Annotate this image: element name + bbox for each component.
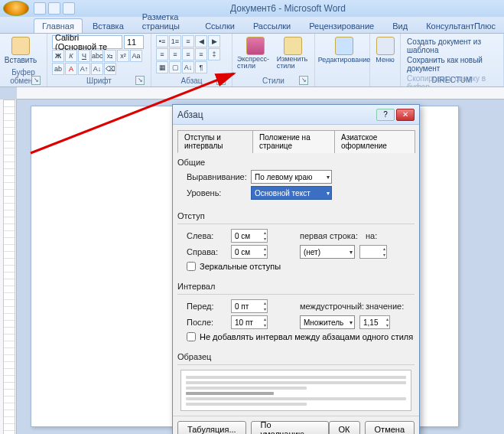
quick-styles-button[interactable]: Экспресс-стили xyxy=(237,35,275,70)
justify-button[interactable]: ≡ xyxy=(195,48,207,60)
horizontal-ruler[interactable] xyxy=(17,87,504,100)
subscript-button[interactable]: x₂ xyxy=(104,50,116,62)
paragraph-dialog: Абзац ? ✕ Отступы и интервалы Положение … xyxy=(172,104,420,434)
styles-launcher[interactable]: ↘ xyxy=(299,76,308,85)
mirror-indents-checkbox[interactable] xyxy=(187,262,196,271)
qat-redo-icon[interactable] xyxy=(63,2,75,15)
tab-review[interactable]: Рецензирование xyxy=(301,18,382,33)
first-line-label: первая строка: xyxy=(300,231,361,240)
vertical-ruler[interactable] xyxy=(0,100,17,434)
clipboard-launcher[interactable]: ↘ xyxy=(31,76,41,85)
tab-mailings[interactable]: Рассылки xyxy=(245,18,299,33)
multilevel-button[interactable]: ≡ xyxy=(182,35,194,47)
bullets-button[interactable]: •≡ xyxy=(156,35,168,47)
numbering-button[interactable]: 1≡ xyxy=(169,35,181,47)
decrease-indent-button[interactable]: ◀ xyxy=(195,35,207,47)
align-right-button[interactable]: ≡ xyxy=(182,48,194,60)
paste-label: Вставить xyxy=(5,56,37,64)
section-indent: Отступ xyxy=(177,211,415,220)
paragraph-launcher[interactable]: ↘ xyxy=(216,76,226,85)
clipboard-icon xyxy=(11,37,30,55)
preview-pane xyxy=(180,370,411,411)
tab-home[interactable]: Главная xyxy=(34,18,83,33)
line-spacing-select[interactable]: Множитель xyxy=(300,315,355,329)
group-paragraph-label: Абзац xyxy=(180,77,202,85)
bold-button[interactable]: Ж xyxy=(52,50,64,62)
underline-button[interactable]: Ч xyxy=(78,50,90,62)
indent-left-spinner[interactable]: 0 см xyxy=(231,229,268,243)
dialog-title: Абзац xyxy=(177,109,376,120)
sort-button[interactable]: A↓ xyxy=(182,61,194,73)
outline-level-select[interactable]: Основной текст xyxy=(251,186,332,200)
menu-button[interactable]: Меню xyxy=(375,35,395,64)
show-marks-button[interactable]: ¶ xyxy=(195,61,207,73)
section-preview: Образец xyxy=(177,352,415,361)
tab-consultant[interactable]: КонсультантПлюс xyxy=(418,18,504,33)
change-case-button[interactable]: Aa xyxy=(130,50,142,62)
directum-save-new[interactable]: Сохранить как новый документ xyxy=(407,55,497,73)
title-bar: Документ6 - Microsoft Word xyxy=(0,0,504,17)
grow-font-button[interactable]: A↑ xyxy=(78,63,90,75)
shrink-font-button[interactable]: A↓ xyxy=(91,63,103,75)
editing-button[interactable]: Редактирование xyxy=(320,35,369,64)
quick-access-toolbar xyxy=(34,2,75,15)
borders-button[interactable]: ▢ xyxy=(169,61,181,73)
space-before-label: Перед: xyxy=(187,302,226,311)
space-after-spinner[interactable]: 10 пт xyxy=(231,315,268,329)
level-label: Уровень: xyxy=(187,188,246,197)
font-launcher[interactable]: ↘ xyxy=(135,76,145,85)
dlg-tab-asian[interactable]: Азиатское оформление xyxy=(334,130,415,153)
align-left-button[interactable]: ≡ xyxy=(156,48,168,60)
indent-left-label: Слева: xyxy=(187,231,226,240)
font-color-button[interactable]: A xyxy=(65,63,77,75)
tab-layout[interactable]: Разметка страницы xyxy=(134,9,195,33)
italic-button[interactable]: К xyxy=(65,50,77,62)
tabs-button[interactable]: Табуляция... xyxy=(177,421,246,434)
indent-right-label: Справа: xyxy=(187,247,226,256)
font-size-combo[interactable]: 11 xyxy=(124,35,144,49)
change-styles-button[interactable]: Изменить стили xyxy=(277,35,310,70)
indent-by-spinner[interactable] xyxy=(359,245,387,259)
no-space-same-style-checkbox[interactable] xyxy=(187,332,196,341)
indent-right-spinner[interactable]: 0 см xyxy=(231,245,268,259)
ok-button[interactable]: ОК xyxy=(329,421,360,434)
shading-button[interactable]: ▦ xyxy=(156,61,168,73)
ribbon-tabs: Главная Вставка Разметка страницы Ссылки… xyxy=(0,17,504,34)
alignment-select[interactable]: По левому краю xyxy=(251,170,332,184)
strike-button[interactable]: abc xyxy=(91,50,103,62)
first-line-select[interactable]: (нет) xyxy=(300,245,355,259)
dialog-help-button[interactable]: ? xyxy=(376,109,395,121)
indent-by-label: на: xyxy=(366,231,382,240)
no-space-same-style-label: Не добавлять интервал между абзацами одн… xyxy=(200,332,413,341)
clear-format-button[interactable]: ⌫ xyxy=(104,63,116,75)
dlg-tab-position[interactable]: Положение на странице xyxy=(252,130,335,153)
font-name-combo[interactable]: Calibri (Основной те xyxy=(52,35,122,49)
line-spacing-button[interactable]: ‡ xyxy=(208,48,220,60)
highlight-button[interactable]: ab xyxy=(52,63,64,75)
line-spacing-label: междустрочный: xyxy=(300,302,361,311)
align-center-button[interactable]: ≡ xyxy=(169,48,181,60)
office-button[interactable] xyxy=(3,1,29,16)
mirror-indents-label: Зеркальные отступы xyxy=(200,262,281,271)
dialog-close-button[interactable]: ✕ xyxy=(396,109,415,121)
find-icon xyxy=(335,37,353,55)
cancel-button[interactable]: Отмена xyxy=(365,421,415,434)
tab-references[interactable]: Ссылки xyxy=(197,18,243,33)
ribbon: Вставить Буфер обмена↘ Calibri (Основной… xyxy=(0,34,504,87)
space-before-spinner[interactable]: 0 пт xyxy=(231,299,268,313)
dlg-tab-indents[interactable]: Отступы и интервалы xyxy=(177,130,253,153)
tab-insert[interactable]: Вставка xyxy=(84,18,132,33)
paste-button[interactable]: Вставить xyxy=(5,35,37,64)
superscript-button[interactable]: x² xyxy=(117,50,129,62)
tab-view[interactable]: Вид xyxy=(384,18,416,33)
line-at-spinner[interactable]: 1,15 xyxy=(359,315,390,329)
change-styles-icon xyxy=(284,37,302,55)
qat-undo-icon[interactable] xyxy=(48,2,60,15)
line-at-label: значение: xyxy=(366,302,399,311)
qat-save-icon[interactable] xyxy=(34,2,46,15)
directum-create-template[interactable]: Создать документ из шаблона xyxy=(407,37,497,55)
increase-indent-button[interactable]: ▶ xyxy=(208,35,220,47)
space-after-label: После: xyxy=(187,318,226,327)
dialog-titlebar[interactable]: Абзац ? ✕ xyxy=(173,105,419,125)
default-button[interactable]: По умолчанию... xyxy=(251,421,329,434)
